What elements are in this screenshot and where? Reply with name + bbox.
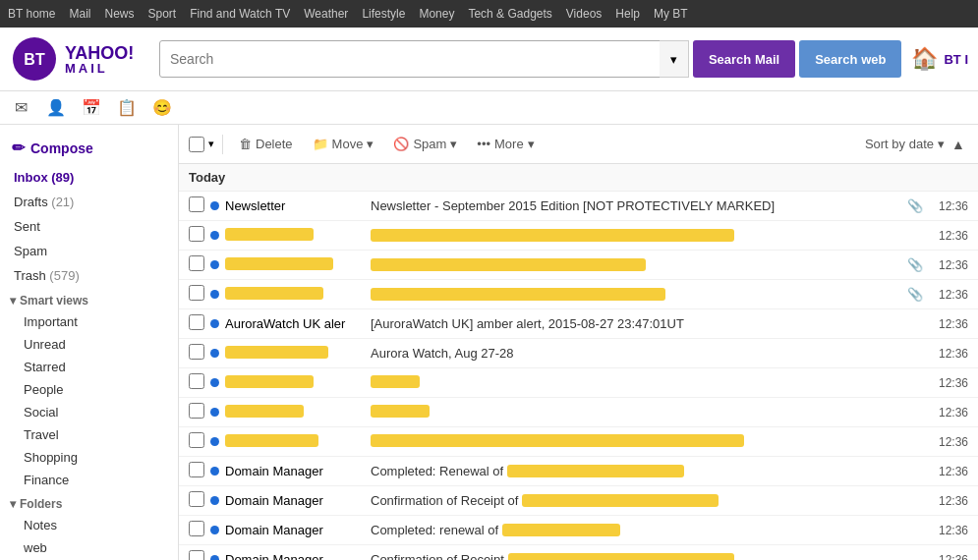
subject-text [371,434,899,450]
subject-text: Completed: renewal of [371,523,899,537]
table-row[interactable]: 12:36 [179,221,978,251]
header-right: 🏠 BT I [911,46,968,72]
email-checkbox[interactable] [189,403,204,419]
header: BT YAHOO! MAIL ▾ Search Mail Search web … [0,28,978,91]
email-checkbox[interactable] [189,373,204,389]
email-time: 12:36 [927,524,968,537]
sidebar-item-important[interactable]: Important [0,310,178,333]
table-row[interactable]: Newsletter Newsletter - September 2015 E… [179,192,978,221]
table-row[interactable]: Domain Manager Completed: Renewal of 12:… [179,457,978,486]
unread-dot [210,555,219,560]
nav-money[interactable]: Money [419,7,454,21]
sidebar-item-people[interactable]: People [0,378,178,401]
email-checkbox[interactable] [189,314,204,330]
yahoo-text: YAHOO! [65,44,134,62]
row-checkbox-col [189,462,210,480]
nav-lifestyle[interactable]: Lifestyle [362,7,405,21]
email-checkbox[interactable] [189,255,204,271]
mail-text: MAIL [65,62,134,75]
select-all-checkbox[interactable] [189,137,204,152]
contacts-icon[interactable]: 👤 [45,97,67,119]
toolbar-divider-1 [222,135,223,154]
top-navigation: BT home Mail News Sport Find and Watch T… [0,0,978,28]
sidebar-item-shopping[interactable]: Shopping [0,446,178,469]
email-time: 12:36 [927,347,968,361]
trash-label: Trash (579) [14,268,80,283]
search-web-button[interactable]: Search web [799,40,901,78]
chevron-down-folders-icon: ▾ [10,497,16,511]
nav-tv[interactable]: Find and Watch TV [190,7,290,21]
avatar-icon[interactable]: 😊 [151,97,173,119]
nav-sport[interactable]: Sport [148,7,177,21]
sidebar-item-finance[interactable]: Finance [0,469,178,491]
search-input[interactable] [159,40,689,78]
email-checkbox[interactable] [189,196,204,212]
email-checkbox[interactable] [189,432,204,448]
sidebar-item-inbox[interactable]: Inbox (89) [0,165,178,190]
nav-bt-home[interactable]: BT home [8,7,55,21]
table-row[interactable]: Domain Manager Completed: renewal of 12:… [179,516,978,545]
nav-weather[interactable]: Weather [304,7,348,21]
row-checkbox-col [189,550,210,560]
spam-button[interactable]: 🚫 Spam ▾ [385,133,465,155]
nav-help[interactable]: Help [615,7,640,21]
nav-news[interactable]: News [104,7,134,21]
email-checkbox[interactable] [189,550,204,560]
email-checkbox[interactable] [189,491,204,507]
table-row[interactable]: 📎 12:36 [179,280,978,309]
email-time: 12:36 [927,288,968,302]
calendar-icon[interactable]: 📅 [81,97,102,119]
sender-name [225,257,363,273]
scroll-up-button[interactable]: ▲ [949,135,968,154]
email-area: ▾ 🗑 Delete 📁 Move ▾ 🚫 Spam ▾ ••• More ▾ [179,125,978,560]
email-checkbox[interactable] [189,285,204,301]
table-row[interactable]: 📎 12:36 [179,251,978,280]
search-dropdown-icon[interactable]: ▾ [660,40,689,78]
email-checkbox[interactable] [189,521,204,536]
folders-header[interactable]: ▾ Folders [0,491,178,514]
sidebar-item-starred[interactable]: Starred [0,356,178,378]
select-dropdown-icon[interactable]: ▾ [208,138,214,150]
mail-icon[interactable]: ✉ [10,97,31,119]
table-row[interactable]: Domain Manager Confirmation of Receipt 1… [179,545,978,560]
table-row[interactable]: 12:36 [179,427,978,457]
search-mail-button[interactable]: Search Mail [693,40,795,78]
sidebar-item-travel[interactable]: Travel [0,423,178,446]
move-button[interactable]: 📁 Move ▾ [305,133,382,155]
sidebar-item-drafts[interactable]: Drafts (21) [0,190,178,214]
sidebar-item-trash[interactable]: Trash (579) [0,263,178,288]
email-checkbox[interactable] [189,462,204,477]
subject-text [371,375,899,391]
move-label: Move [332,137,364,151]
sidebar-item-unread[interactable]: Unread [0,333,178,356]
nav-my-bt[interactable]: My BT [654,7,688,21]
more-button[interactable]: ••• More ▾ [469,133,542,155]
nav-tech[interactable]: Tech & Gadgets [468,7,551,21]
table-row[interactable]: Domain Manager Confirmation of Receipt o… [179,486,978,516]
sender-name: Domain Manager [225,552,363,560]
sort-by-button[interactable]: Sort by date ▾ [865,137,945,151]
unread-dot [210,319,219,328]
search-input-wrap: ▾ [159,40,689,78]
sidebar-item-sent[interactable]: Sent [0,214,178,239]
table-row[interactable]: AuroraWatch UK aler [AuroraWatch UK] amb… [179,309,978,339]
sidebar-item-notes[interactable]: Notes [0,514,178,536]
nav-mail[interactable]: Mail [69,7,90,21]
drafts-label: Drafts (21) [14,195,74,209]
compose-button[interactable]: ✏ Compose [0,131,178,165]
unread-dot [210,526,219,534]
delete-icon: 🗑 [239,137,252,151]
smart-views-header[interactable]: ▾ Smart views [0,288,178,310]
notepad-icon[interactable]: 📋 [116,97,138,119]
email-checkbox[interactable] [189,226,204,242]
sidebar-item-social[interactable]: Social [0,401,178,423]
nav-videos[interactable]: Videos [566,7,602,21]
sent-label: Sent [14,219,40,234]
sidebar-item-web[interactable]: web [0,536,178,559]
table-row[interactable]: 12:36 [179,398,978,427]
email-checkbox[interactable] [189,344,204,360]
table-row[interactable]: Aurora Watch, Aug 27-28 12:36 [179,339,978,368]
sidebar-item-spam[interactable]: Spam [0,239,178,263]
delete-button[interactable]: 🗑 Delete [231,133,301,155]
table-row[interactable]: 12:36 [179,368,978,398]
